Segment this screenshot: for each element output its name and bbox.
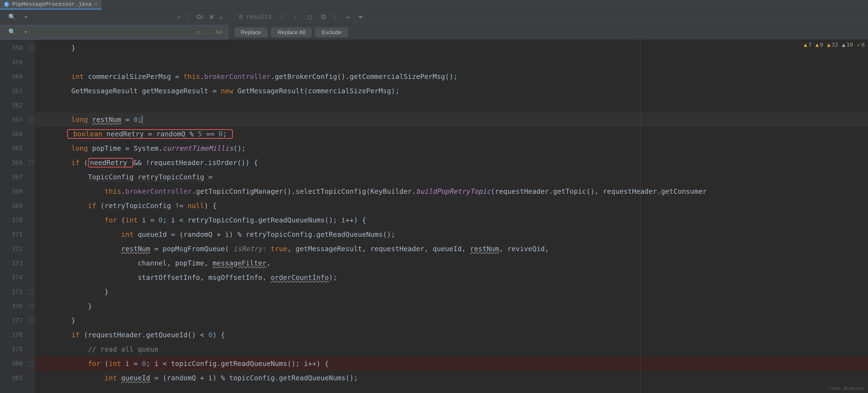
line-number[interactable]: 363 — [0, 113, 23, 127]
fold-toggle-icon[interactable]: − — [29, 117, 34, 122]
fold-toggle-icon[interactable]: − — [29, 318, 34, 323]
inspection-indicator[interactable]: ▲32 — [827, 41, 838, 48]
code-line[interactable]: long restNum = 0; — [35, 113, 868, 127]
filter-icon[interactable]: ⏷ — [357, 13, 365, 21]
line-number[interactable]: 370 — [0, 213, 23, 228]
add-selection-icon[interactable]: ⧉ — [319, 13, 327, 21]
code-line[interactable]: boolean needRetry = randomQ % 5 == 0; — [35, 127, 868, 141]
next-match-icon[interactable]: ↓ — [292, 13, 300, 21]
preserve-case-toggle[interactable]: Aᴀ — [215, 28, 223, 36]
exclude-button[interactable]: Exclude — [315, 28, 348, 37]
search-history-dropdown[interactable]: ▾ — [24, 13, 28, 21]
line-number[interactable]: 365 — [0, 141, 23, 156]
prev-match-icon[interactable]: ↑ — [278, 13, 286, 21]
line-number[interactable]: 375 — [0, 285, 23, 299]
code-line[interactable]: if (retryTopicConfig != null) { — [35, 199, 868, 213]
line-number[interactable]: 364 — [0, 127, 23, 141]
line-number[interactable]: 376 — [0, 299, 23, 313]
line-number[interactable]: 372 — [0, 242, 23, 256]
inspection-indicator[interactable]: ▲7 — [804, 41, 811, 48]
editor[interactable]: 3583593603613623633643653663673683693703… — [0, 40, 868, 393]
whole-word-toggle[interactable]: W — [210, 14, 214, 21]
fold-toggle-icon[interactable]: − — [29, 290, 34, 295]
line-number[interactable]: 361 — [0, 84, 23, 98]
code-line[interactable]: restNum = popMsgFromQueue( isRetry: true… — [35, 242, 868, 256]
line-number[interactable]: 358 — [0, 41, 23, 55]
inspection-indicator[interactable]: ▲10 — [842, 41, 853, 48]
fold-toggle-icon[interactable]: − — [29, 304, 34, 309]
tab-bar: C PopMessageProcessor.java × — [0, 0, 868, 10]
code-line[interactable]: } — [35, 299, 868, 313]
code-line[interactable]: GetMessageResult getMessageResult = new … — [35, 84, 868, 98]
line-number[interactable]: 368 — [0, 184, 23, 199]
find-input[interactable] — [28, 14, 177, 21]
replace-button[interactable]: Replace — [235, 28, 267, 37]
replace-input[interactable] — [28, 29, 196, 36]
code-line[interactable]: int queueId = (randomQ + i) % retryTopic… — [35, 228, 868, 242]
line-number[interactable]: 362 — [0, 98, 23, 113]
regex-toggle[interactable]: ⁎ — [220, 13, 223, 21]
code-line[interactable]: startOffsetInfo, msgOffsetInfo, orderCou… — [35, 270, 868, 285]
tab-label: PopMessageProcessor.java — [12, 1, 92, 7]
line-number[interactable]: 369 — [0, 199, 23, 213]
gutter[interactable]: 3583593603613623633643653663673683693703… — [0, 40, 28, 393]
match-case-toggle[interactable]: Cc — [196, 14, 204, 21]
fold-toggle-icon[interactable]: − — [29, 46, 34, 51]
prev-search-icon[interactable]: ↶ — [177, 13, 181, 21]
code-line[interactable]: // read all queue — [35, 342, 868, 357]
results-count: 0 results — [239, 14, 272, 21]
fold-toggle-icon[interactable]: − — [29, 160, 34, 165]
replace-bar: 🔍 ▾ ↺ | Aᴀ Replace Replace All Exclude — [0, 25, 868, 40]
fold-toggle-icon[interactable]: − — [29, 361, 34, 366]
line-number[interactable]: 359 — [0, 55, 23, 69]
code-line[interactable]: } — [35, 41, 868, 55]
replace-history-dropdown[interactable]: ▾ — [24, 28, 28, 36]
line-number[interactable]: 379 — [0, 342, 23, 357]
line-number[interactable]: 371 — [0, 228, 23, 242]
code-line[interactable]: for (int i = 0; i < retryTopicConfig.get… — [35, 213, 868, 228]
code-line[interactable]: if (needRetry && !requestHeader.isOrder(… — [35, 156, 868, 170]
code-line[interactable] — [35, 98, 868, 113]
inspection-indicator[interactable]: ▲9 — [815, 41, 823, 48]
collapse-icon[interactable]: ⇥ — [343, 13, 351, 21]
java-class-icon: C — [4, 2, 9, 7]
code-line[interactable]: if (requestHeader.getQueueId() < 0) { — [35, 328, 868, 342]
watermark: CSDN @CBeann — [829, 386, 864, 391]
inspection-summary[interactable]: ▲7▲9▲32▲10✔6 — [804, 41, 865, 48]
find-bar: 🔍 ▾ ↶ | Cc W ⁎ 0 results ↑ ↓ ▢ ⧉ | ⇥ ⏷ — [0, 10, 868, 25]
code-line[interactable]: int queueId = (randomQ + i) % topicConfi… — [35, 371, 868, 385]
select-all-icon[interactable]: ▢ — [306, 13, 313, 21]
code-line[interactable] — [35, 55, 868, 69]
code-line[interactable]: this.brokerController.getTopicConfigMana… — [35, 184, 868, 199]
line-number[interactable]: 367 — [0, 170, 23, 184]
line-number[interactable]: 381 — [0, 371, 23, 385]
file-tab[interactable]: C PopMessageProcessor.java × — [0, 0, 101, 10]
replace-icon[interactable]: 🔍 — [8, 28, 16, 36]
line-number[interactable]: 360 — [0, 69, 23, 84]
code-line[interactable]: } — [35, 313, 868, 328]
line-number[interactable]: 374 — [0, 270, 23, 285]
code-line[interactable]: channel, popTime, messageFilter, — [35, 256, 868, 270]
fold-column[interactable]: −−−−−−− — [28, 40, 35, 393]
search-icon[interactable]: 🔍 — [8, 13, 16, 21]
undo-replace-icon[interactable]: ↺ — [196, 28, 199, 36]
line-number[interactable]: 377 — [0, 313, 23, 328]
line-number[interactable]: 378 — [0, 328, 23, 342]
code-line[interactable]: long popTime = System.currentTimeMillis(… — [35, 141, 868, 156]
close-icon[interactable]: × — [94, 1, 98, 7]
code-line[interactable]: TopicConfig retryTopicConfig = — [35, 170, 868, 184]
replace-all-button[interactable]: Replace All — [271, 28, 311, 37]
line-number[interactable]: 366 — [0, 156, 23, 170]
line-number[interactable]: 380 — [0, 357, 23, 371]
code-line[interactable]: } — [35, 285, 868, 299]
line-number[interactable]: 373 — [0, 256, 23, 270]
code-area[interactable]: ▲7▲9▲32▲10✔6 } int commercialSizePerMsg … — [35, 40, 868, 393]
code-line[interactable]: int commercialSizePerMsg = this.brokerCo… — [35, 69, 868, 84]
inspection-indicator[interactable]: ✔6 — [857, 41, 865, 48]
code-line[interactable]: for (int i = 0; i < topicConfig.getReadQ… — [35, 357, 868, 371]
